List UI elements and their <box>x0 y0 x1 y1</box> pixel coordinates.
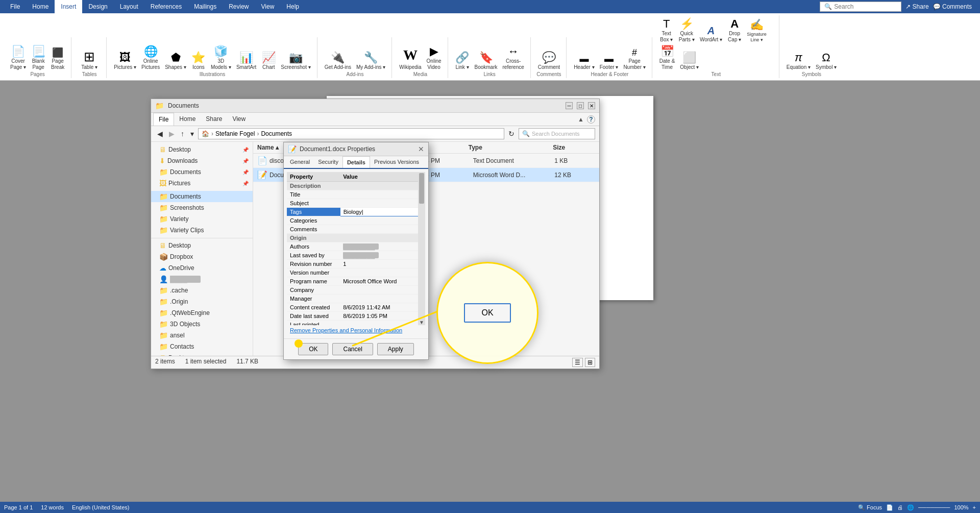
zoom-slider[interactable]: ──────── <box>918 504 950 510</box>
explorer-help-icon[interactable]: ? <box>587 115 595 124</box>
search-bar[interactable]: 🔍 Search Documents <box>519 128 595 139</box>
bookmark-button[interactable]: 🔖 Bookmark <box>473 51 500 71</box>
sidebar-item-pictures[interactable]: 🖼 Pictures 📌 <box>151 178 253 189</box>
object-button[interactable]: ⬜ Object ▾ <box>678 51 701 71</box>
pictures-button[interactable]: 🖼 Pictures ▾ <box>112 51 138 71</box>
sidebar-item-screenshots[interactable]: 📁 Screenshots <box>151 202 253 213</box>
explorer-tab-view[interactable]: View <box>227 113 251 126</box>
dialog-apply-button[interactable]: Apply <box>377 343 414 355</box>
remove-properties-link[interactable]: Remove Properties and Personal Informati… <box>287 325 425 335</box>
cross-reference-button[interactable]: ↔ Cross-reference <box>501 45 526 71</box>
explorer-minimize-button[interactable]: ─ <box>566 102 573 109</box>
tab-home[interactable]: Home <box>26 0 55 13</box>
get-addins-button[interactable]: 🔌 Get Add-ins <box>323 51 353 71</box>
up-button[interactable]: ↑ <box>179 129 186 139</box>
quick-parts-button[interactable]: ⚡ QuickParts ▾ <box>677 17 697 44</box>
signature-line-button[interactable]: ✍ SignatureLine ▾ <box>745 18 769 44</box>
tab-mailings[interactable]: Mailings <box>188 0 223 13</box>
dialog-ok-button[interactable]: OK <box>298 343 328 355</box>
link-button[interactable]: 🔗 Link ▾ <box>453 51 472 71</box>
page-number-button[interactable]: # PageNumber ▾ <box>621 47 647 71</box>
online-video-button[interactable]: ▶ OnlineVideo <box>425 45 444 71</box>
shapes-button[interactable]: ⬟ Shapes ▾ <box>163 51 188 71</box>
equation-button[interactable]: π Equation ▾ <box>785 51 813 71</box>
sidebar-item-documents-pinned[interactable]: 📁 Documents 📌 <box>151 166 253 178</box>
address-bar[interactable]: 🏠 › Stefanie Fogel › Documents <box>198 128 504 139</box>
smartart-button[interactable]: 📊 SmartArt <box>234 51 258 71</box>
sidebar-item-cache[interactable]: 📁 .cache <box>151 285 253 296</box>
page-break-button[interactable]: ⬛ PageBreak <box>48 47 67 71</box>
chart-button[interactable]: 📈 Chart <box>259 51 278 71</box>
col-size[interactable]: Size <box>553 144 595 151</box>
sidebar-item-3dobjects[interactable]: 📁 3D Objects <box>151 319 253 330</box>
refresh-button[interactable]: ↻ <box>506 129 517 139</box>
header-button[interactable]: ▬ Header ▾ <box>572 53 597 71</box>
tab-file[interactable]: File <box>4 0 26 13</box>
dialog-tab-general[interactable]: General <box>286 156 314 168</box>
sidebar-item-qtwebengine[interactable]: 📁 .QtWebEngine <box>151 307 253 319</box>
footer-button[interactable]: ▬ Footer ▾ <box>598 53 621 71</box>
online-pictures-button[interactable]: 🌐 OnlinePictures <box>139 45 162 71</box>
wikipedia-button[interactable]: W Wikipedia <box>397 46 423 71</box>
comments-btn[interactable]: 💬 Comments <box>933 3 972 10</box>
explorer-collapse-icon[interactable]: ▲ <box>578 116 584 123</box>
sidebar-item-variety[interactable]: 📁 Variety <box>151 213 253 225</box>
tab-insert[interactable]: Insert <box>55 0 82 13</box>
tab-layout[interactable]: Layout <box>114 0 144 13</box>
text-box-button[interactable]: T TextBox ▾ <box>657 17 676 44</box>
symbol-button[interactable]: Ω Symbol ▾ <box>814 51 839 71</box>
sidebar-item-desktop3[interactable]: 🖥 Desktop <box>151 352 253 356</box>
wordart-button[interactable]: A WordArt ▾ <box>698 25 724 44</box>
val-title[interactable] <box>340 190 425 199</box>
ribbon-search[interactable]: 🔍 <box>820 2 901 12</box>
tab-references[interactable]: References <box>144 0 188 13</box>
tab-view[interactable]: View <box>255 0 281 13</box>
sidebar-item-contacts[interactable]: 📁 Contacts <box>151 341 253 352</box>
forward-button[interactable]: ▶ <box>167 129 177 139</box>
list-item[interactable]: Tags <box>287 208 425 216</box>
zoom-in-button[interactable]: + <box>973 504 976 510</box>
explorer-tab-file[interactable]: File <box>153 113 174 126</box>
dialog-tab-details[interactable]: Details <box>342 156 370 168</box>
explorer-tab-share[interactable]: Share <box>201 113 227 126</box>
explorer-maximize-button[interactable]: □ <box>577 102 584 109</box>
share-btn[interactable]: ↗ Share <box>905 3 928 10</box>
my-addins-button[interactable]: 🔧 My Add-ins ▾ <box>354 51 387 71</box>
sidebar-item-variety-clips[interactable]: 📁 Variety Clips <box>151 225 253 236</box>
date-time-button[interactable]: 📅 Date &Time <box>657 45 677 71</box>
ribbon-search-input[interactable] <box>834 3 895 10</box>
focus-icon[interactable]: 🔍 Focus <box>858 504 882 511</box>
dialog-close-button[interactable]: ✕ <box>418 145 424 153</box>
drop-cap-button[interactable]: A DropCap ▾ <box>725 17 744 44</box>
screenshot-button[interactable]: 📷 Screenshot ▾ <box>279 51 312 71</box>
cover-page-button[interactable]: 📄 CoverPage ▾ <box>8 45 28 71</box>
sidebar-item-ansel[interactable]: 📁 ansel <box>151 330 253 341</box>
explorer-close-button[interactable]: ✕ <box>588 102 595 109</box>
tab-review[interactable]: Review <box>223 0 255 13</box>
tags-input[interactable] <box>344 209 422 215</box>
icons-button[interactable]: ⭐ Icons <box>189 51 208 71</box>
sidebar-item-downloads[interactable]: ⬇ Downloads 📌 <box>151 155 253 166</box>
recent-locations-button[interactable]: ▾ <box>188 129 196 139</box>
val-tags[interactable] <box>340 208 425 216</box>
tab-help[interactable]: Help <box>280 0 305 13</box>
view-tiles-button[interactable]: ⊞ <box>585 358 595 367</box>
address-stefanie[interactable]: Stefanie Fogel <box>215 130 255 137</box>
dialog-tab-previous-versions[interactable]: Previous Versions <box>370 156 423 168</box>
view-mode-web[interactable]: 🌐 <box>907 504 914 511</box>
sidebar-item-dropbox[interactable]: 📦 Dropbox <box>151 251 253 262</box>
address-documents[interactable]: Documents <box>261 130 292 137</box>
val-comments[interactable] <box>340 225 425 234</box>
tab-design[interactable]: Design <box>82 0 113 13</box>
sidebar-item-origin[interactable]: 📁 .Origin <box>151 296 253 307</box>
view-list-button[interactable]: ☰ <box>572 358 583 367</box>
view-mode-print[interactable]: 🖨 <box>897 504 903 510</box>
3d-models-button[interactable]: 🧊 3DModels ▾ <box>209 45 233 71</box>
sidebar-item-user[interactable]: 👤 ████ <box>151 274 253 285</box>
sidebar-item-desktop2[interactable]: 🖥 Desktop <box>151 240 253 251</box>
dialog-tab-security[interactable]: Security <box>314 156 342 168</box>
sidebar-item-onedrive[interactable]: ☁ OneDrive <box>151 262 253 274</box>
comment-button[interactable]: 💬 Comment <box>536 51 562 71</box>
explorer-tab-home[interactable]: Home <box>174 113 201 126</box>
back-button[interactable]: ◀ <box>155 129 165 139</box>
